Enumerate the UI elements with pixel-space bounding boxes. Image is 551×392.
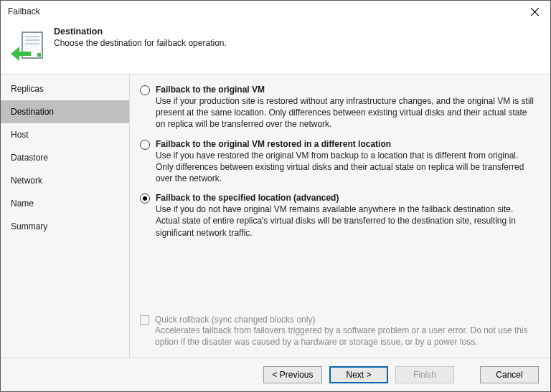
wizard-footer: < Previous Next > Finish Cancel xyxy=(1,358,550,391)
radio-original-vm-different-location[interactable] xyxy=(140,140,150,150)
step-host[interactable]: Host xyxy=(1,123,129,146)
radio-original-vm[interactable] xyxy=(140,85,150,95)
wizard-steps-sidebar: Replicas Destination Host Datastore Netw… xyxy=(1,75,130,358)
cancel-button[interactable]: Cancel xyxy=(480,366,539,383)
quick-rollback-desc: Accelerates failback from failovers trig… xyxy=(155,325,536,348)
finish-button: Finish xyxy=(395,366,454,383)
titlebar: Failback xyxy=(1,1,550,22)
step-network[interactable]: Network xyxy=(1,169,129,192)
svg-rect-6 xyxy=(37,53,41,57)
wizard-body: Replicas Destination Host Datastore Netw… xyxy=(1,74,550,358)
quick-rollback-option: Quick rollback (sync changed blocks only… xyxy=(140,315,536,348)
radio-specified-location[interactable] xyxy=(140,193,150,204)
close-icon xyxy=(531,8,539,16)
option-desc: Use if your production site is restored … xyxy=(156,95,536,130)
previous-button[interactable]: < Previous xyxy=(263,366,322,383)
page-title: Destination xyxy=(54,27,227,37)
option-title: Failback to the original VM xyxy=(156,85,536,95)
quick-rollback-title: Quick rollback (sync changed blocks only… xyxy=(155,315,536,325)
step-name[interactable]: Name xyxy=(1,192,129,215)
option-title: Failback to the specified location (adva… xyxy=(156,193,536,203)
next-button[interactable]: Next > xyxy=(329,366,388,383)
main-panel: Failback to the original VM Use if your … xyxy=(130,75,550,358)
option-title: Failback to the original VM restored in … xyxy=(156,139,536,149)
destination-options: Failback to the original VM Use if your … xyxy=(140,85,536,315)
failback-wizard-window: Failback Destination Choose the destinat… xyxy=(0,0,551,392)
failback-icon xyxy=(11,29,45,64)
step-datastore[interactable]: Datastore xyxy=(1,146,129,169)
option-desc: Use if you have restored the original VM… xyxy=(156,150,536,185)
window-title: Failback xyxy=(8,6,519,16)
step-replicas[interactable]: Replicas xyxy=(1,77,129,100)
header-text: Destination Choose the destination for f… xyxy=(54,27,227,48)
close-button[interactable] xyxy=(519,1,550,22)
page-subtitle: Choose the destination for failback oper… xyxy=(54,38,227,48)
step-summary[interactable]: Summary xyxy=(1,215,129,238)
wizard-header: Destination Choose the destination for f… xyxy=(1,22,550,74)
step-destination[interactable]: Destination xyxy=(1,100,129,123)
quick-rollback-checkbox xyxy=(140,315,149,325)
option-desc: Use if you do not have original VM remai… xyxy=(156,204,536,239)
option-original-vm[interactable]: Failback to the original VM Use if your … xyxy=(140,85,536,130)
option-specified-location[interactable]: Failback to the specified location (adva… xyxy=(140,193,536,239)
option-original-vm-different-location[interactable]: Failback to the original VM restored in … xyxy=(140,139,536,185)
